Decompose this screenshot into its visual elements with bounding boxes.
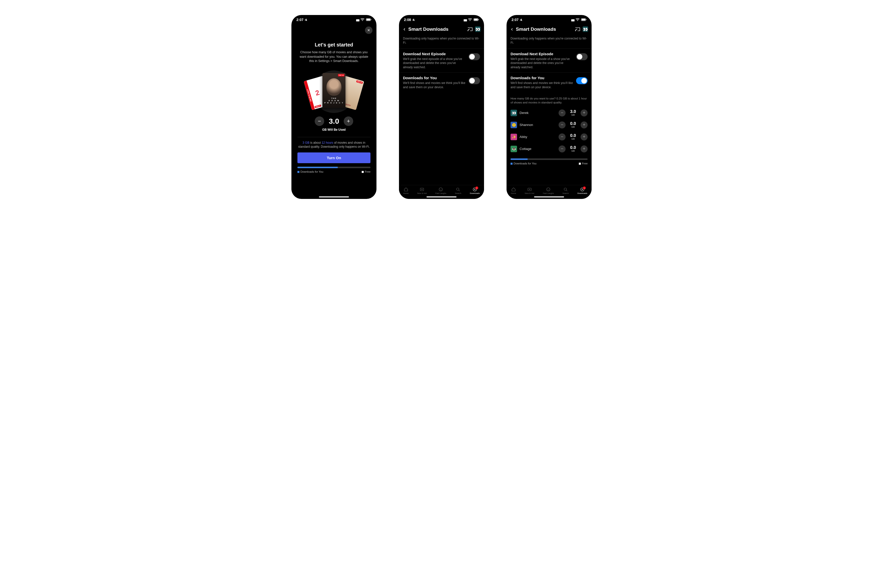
svg-rect-15 (582, 19, 585, 21)
gb-label: GB Will Be Used (298, 128, 370, 132)
tab-search[interactable]: Search (563, 187, 569, 194)
storage-legend: Downloads for You Free (510, 162, 588, 165)
increment-button[interactable]: + (581, 110, 588, 117)
profiles-list: 👀Derek−3.0GB+🙂Shannon−0.0GB+✨Abby−0.0GB+… (507, 107, 591, 155)
tab-new-hot[interactable]: New & Hot (417, 187, 427, 194)
svg-rect-16 (586, 19, 587, 20)
profile-gb: 0.0GB (568, 122, 578, 128)
page-subtitle: Choose how many GB of movies and shows y… (298, 50, 370, 63)
status-bar: 2:07 ➤ (292, 15, 376, 24)
profile-name: Abby (519, 135, 556, 139)
svg-point-10 (439, 188, 443, 191)
info-text: 3 GB is about 12 hours of movies and sho… (298, 141, 370, 149)
gb-subhint: How many GB do you want to use? 0.25 GB … (507, 93, 591, 107)
tab-icon (456, 187, 460, 192)
tab-downloads[interactable]: Downloads1 (577, 187, 587, 194)
setting-subtitle: We'll grab the next episode of a show yo… (403, 57, 465, 69)
wifi-icon (576, 18, 579, 22)
tab-home[interactable]: Home (511, 187, 516, 194)
tab-icon (527, 187, 532, 192)
tab-label: Downloads (470, 192, 480, 194)
cast-icon[interactable] (467, 27, 473, 32)
increment-button[interactable]: + (581, 134, 588, 141)
tab-icon (439, 187, 443, 192)
status-bar: 2:08 ➤ (399, 15, 484, 24)
toggle-downloads-for-you[interactable] (468, 77, 480, 84)
nav-bar: ‹ Smart Downloads 👀 (399, 24, 484, 34)
profile-avatar-icon[interactable]: 👀 (582, 27, 588, 32)
svg-point-17 (575, 30, 576, 31)
profile-name: Shannon (519, 123, 556, 127)
svg-point-11 (456, 188, 459, 190)
decrement-button[interactable]: − (558, 146, 566, 152)
status-bar: 2:07 ➤ (507, 15, 591, 24)
storage-bar (298, 166, 370, 168)
wifi-hint: Downloading only happens when you're con… (399, 34, 484, 48)
profile-name: Cottage (519, 147, 556, 151)
wifi-hint: Downloading only happens when you're con… (507, 34, 591, 48)
tab-search[interactable]: Search (455, 187, 461, 194)
tab-fast-laughs[interactable]: Fast Laughs (543, 187, 554, 194)
profile-gb: 0.0GB (568, 134, 578, 140)
location-icon: ➤ (412, 18, 416, 22)
signal-icon (356, 18, 359, 22)
status-time: 2:07 (511, 18, 519, 22)
decrement-button[interactable]: − (315, 117, 324, 126)
toggle-download-next[interactable] (468, 53, 480, 60)
profile-avatar: ✨ (510, 134, 517, 140)
svg-point-20 (564, 188, 567, 190)
tab-downloads[interactable]: Downloads1 (470, 187, 480, 194)
profile-row: 🙂Shannon−0.0GB+ (507, 119, 591, 131)
profile-row: 👁️Cottage−0.0GB+ (507, 143, 591, 155)
setting-title: Download Next Episode (403, 52, 465, 56)
poster-center: TOP 10 THE A D A M P R O J E C T (322, 73, 346, 108)
decrement-button[interactable]: − (558, 134, 566, 141)
back-button[interactable]: ‹ (403, 26, 406, 33)
profile-avatar: 🙂 (510, 122, 517, 128)
storage-legend: Downloads for You Free (298, 170, 370, 173)
svg-point-8 (468, 30, 468, 31)
close-button[interactable]: ✕ (365, 27, 373, 34)
setting-title: Download Next Episode (510, 52, 573, 56)
profile-avatar-icon[interactable]: 👀 (475, 27, 480, 32)
setting-download-next: Download Next Episode We'll grab the nex… (507, 48, 591, 72)
page-title: Let's get started (298, 42, 370, 48)
phone-get-started: 2:07 ➤ ✕ Let's get started Choose how ma… (292, 15, 376, 199)
setting-title: Downloads for You (510, 76, 573, 80)
home-indicator[interactable] (427, 196, 456, 197)
increment-button[interactable]: + (581, 122, 588, 129)
svg-point-0 (362, 21, 363, 21)
svg-point-4 (470, 21, 470, 21)
tab-badge: 1 (583, 186, 586, 189)
nav-bar: ‹ Smart Downloads 👀 (507, 24, 591, 34)
tab-new-hot[interactable]: New & Hot (525, 187, 534, 194)
cast-icon[interactable] (575, 27, 581, 32)
home-indicator[interactable] (319, 196, 349, 197)
tab-badge: 1 (475, 186, 478, 189)
toggle-download-next[interactable] (576, 53, 588, 60)
tab-icon (511, 187, 516, 192)
tab-label: Fast Laughs (543, 192, 554, 194)
svg-rect-6 (474, 19, 478, 21)
setting-title: Downloads for You (403, 76, 465, 80)
gb-value: 3.0 (329, 117, 339, 126)
back-button[interactable]: ‹ (510, 26, 514, 33)
decrement-button[interactable]: − (558, 110, 566, 117)
svg-rect-2 (367, 19, 370, 21)
increment-button[interactable]: + (581, 146, 588, 152)
setting-download-next: Download Next Episode We'll grab the nex… (399, 48, 484, 72)
tab-home[interactable]: Home (403, 187, 409, 194)
toggle-downloads-for-you[interactable] (576, 77, 588, 84)
turn-on-button[interactable]: Turn On (298, 152, 370, 163)
increment-button[interactable]: + (344, 117, 353, 126)
decrement-button[interactable]: − (558, 122, 566, 129)
setting-downloads-for-you: Downloads for You We'll find shows and m… (399, 72, 484, 93)
tab-icon (420, 187, 424, 192)
tab-fast-laughs[interactable]: Fast Laughs (435, 187, 446, 194)
battery-icon (366, 18, 372, 22)
svg-rect-3 (371, 19, 372, 20)
phone-smart-downloads-on: 2:07 ➤ ‹ Smart Downloads 👀 Downloading o… (507, 15, 591, 199)
home-indicator[interactable] (534, 196, 564, 197)
svg-rect-7 (478, 19, 479, 20)
svg-point-13 (577, 21, 578, 21)
